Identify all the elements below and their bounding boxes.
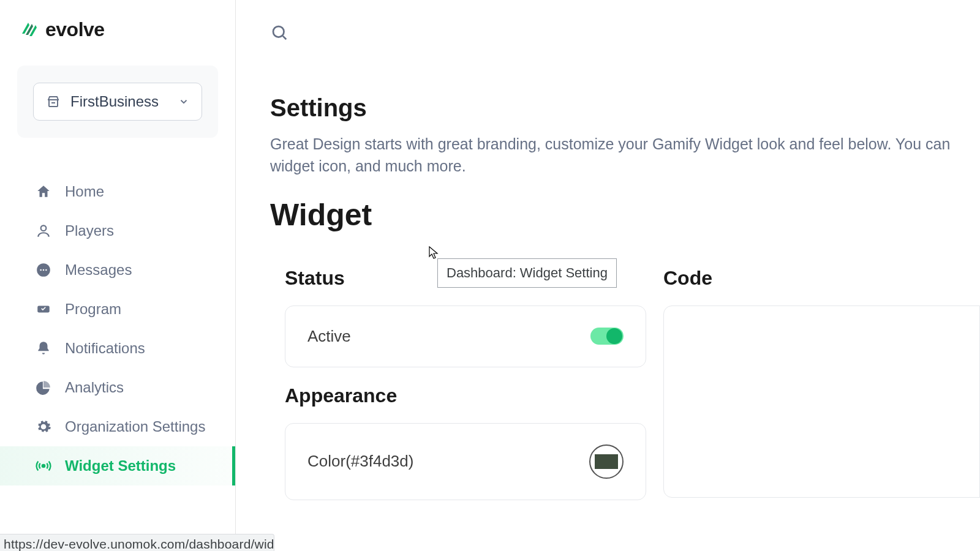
active-toggle[interactable] <box>590 328 624 345</box>
chevron-down-icon <box>178 96 189 107</box>
logo-icon <box>20 20 39 40</box>
logo[interactable]: evolve <box>0 0 235 41</box>
nav-label: Notifications <box>65 340 145 357</box>
gear-icon <box>36 419 51 435</box>
nav-label: Program <box>65 301 121 318</box>
broadcast-icon <box>36 458 51 474</box>
org-name: FirstBusiness <box>70 93 168 110</box>
code-snippet-box[interactable] <box>663 305 980 498</box>
org-selector[interactable]: FirstBusiness <box>33 83 202 121</box>
color-picker[interactable] <box>589 444 624 479</box>
nav-label: Home <box>65 183 104 200</box>
browser-status-url: https://dev-evolve.unomok.com/dashboard/… <box>0 534 274 551</box>
svg-point-4 <box>45 269 47 271</box>
home-icon <box>36 184 51 200</box>
storefront-icon <box>46 94 61 109</box>
pie-chart-icon <box>36 380 51 395</box>
svg-point-2 <box>40 269 42 271</box>
nav-item-analytics[interactable]: Analytics <box>0 368 235 407</box>
svg-point-7 <box>273 26 284 37</box>
nav-item-messages[interactable]: Messages <box>0 250 235 290</box>
logo-text: evolve <box>45 18 105 41</box>
active-label: Active <box>307 327 351 346</box>
nav-label: Analytics <box>65 379 124 396</box>
color-swatch-inner <box>595 454 618 469</box>
bell-icon <box>36 340 51 356</box>
search-icon[interactable] <box>270 23 288 42</box>
nav-label: Organization Settings <box>65 418 205 435</box>
svg-point-0 <box>41 225 47 231</box>
toggle-knob <box>606 328 622 344</box>
nav-item-widget-settings[interactable]: Widget Settings <box>0 446 235 485</box>
nav-label: Widget Settings <box>65 457 176 474</box>
nav-item-home[interactable]: Home <box>0 172 235 211</box>
appearance-heading: Appearance <box>285 384 646 407</box>
color-label: Color(#3f4d3d) <box>307 452 413 471</box>
section-title: Widget <box>270 197 980 233</box>
nav-item-org-settings[interactable]: Organization Settings <box>0 407 235 446</box>
topbar <box>270 0 980 44</box>
page-title: Settings <box>270 94 980 122</box>
user-icon <box>36 223 51 239</box>
appearance-card: Color(#3f4d3d) <box>285 423 646 500</box>
nav-item-notifications[interactable]: Notifications <box>0 329 235 368</box>
tooltip: Dashboard: Widget Setting <box>437 258 617 288</box>
nav-label: Players <box>65 222 114 239</box>
status-card: Active <box>285 305 646 367</box>
nav-item-program[interactable]: Program <box>0 290 235 329</box>
sidebar: evolve FirstBusiness Home Players <box>0 0 236 551</box>
chat-icon <box>36 262 51 278</box>
code-heading: Code <box>663 267 980 290</box>
svg-point-6 <box>42 465 45 467</box>
nav-item-players[interactable]: Players <box>0 211 235 250</box>
page-description: Great Design starts with great branding,… <box>270 133 980 178</box>
nav: Home Players Messages Program Notificati… <box>0 172 235 485</box>
org-selector-card: FirstBusiness <box>17 66 218 138</box>
svg-point-3 <box>43 269 45 271</box>
nav-label: Messages <box>65 261 132 279</box>
ticket-icon <box>36 301 51 317</box>
